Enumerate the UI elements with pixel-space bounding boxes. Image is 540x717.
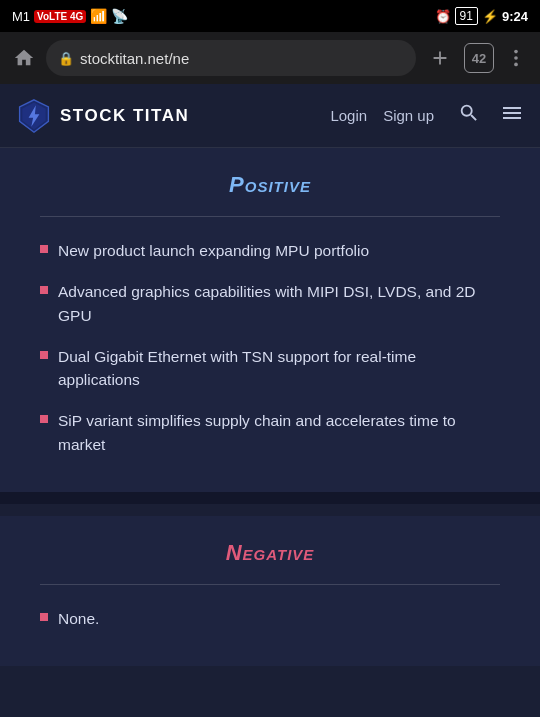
list-item: None. (40, 607, 500, 630)
status-bar: M1 VoLTE 4G 📶 📡 ⏰ 91 ⚡ 9:24 (0, 0, 540, 32)
bullet-text: SiP variant simplifies supply chain and … (58, 409, 500, 456)
negative-section: Negative None. (0, 516, 540, 666)
bullet-marker-icon (40, 351, 48, 359)
site-header: STOCK TITAN Login Sign up (0, 84, 540, 148)
positive-section-title: Positive (40, 172, 500, 198)
negative-section-title: Negative (40, 540, 500, 566)
search-icon[interactable] (458, 102, 480, 129)
bullet-text: Advanced graphics capabilities with MIPI… (58, 280, 500, 327)
bullet-marker-icon (40, 415, 48, 423)
bullet-marker-icon (40, 286, 48, 294)
address-security-icon: 🔒 (58, 51, 74, 66)
svg-point-0 (514, 50, 518, 54)
logo-text: STOCK TITAN (60, 106, 189, 126)
list-item: Advanced graphics capabilities with MIPI… (40, 280, 500, 327)
signup-link[interactable]: Sign up (383, 107, 434, 124)
hamburger-menu-icon[interactable] (500, 101, 524, 131)
positive-divider (40, 216, 500, 217)
svg-point-1 (514, 56, 518, 60)
section-gap (0, 492, 540, 504)
list-item: SiP variant simplifies supply chain and … (40, 409, 500, 456)
tabs-count-label: 42 (472, 51, 486, 66)
address-text: stocktitan.net/ne (80, 50, 189, 67)
bullet-marker-icon (40, 245, 48, 253)
alarm-icon: ⏰ (435, 9, 451, 24)
main-content: Positive New product launch expanding MP… (0, 148, 540, 666)
browser-home-button[interactable] (10, 44, 38, 72)
wifi-icon: 📡 (111, 8, 128, 24)
browser-address-bar[interactable]: 🔒 stocktitan.net/ne (46, 40, 416, 76)
signal-icon: 📶 (90, 8, 107, 24)
network-badge: VoLTE 4G (34, 10, 86, 23)
bullet-text: New product launch expanding MPU portfol… (58, 239, 369, 262)
logo-container[interactable]: STOCK TITAN (16, 98, 330, 134)
list-item: Dual Gigabit Ethernet with TSN support f… (40, 345, 500, 392)
logo-icon (16, 98, 52, 134)
negative-divider (40, 584, 500, 585)
bullet-text: Dual Gigabit Ethernet with TSN support f… (58, 345, 500, 392)
negative-bullet-list: None. (40, 607, 500, 630)
battery-indicator: 91 (455, 7, 478, 25)
bullet-text: None. (58, 607, 99, 630)
charging-icon: ⚡ (482, 9, 498, 24)
status-left: M1 VoLTE 4G 📶 📡 (12, 8, 128, 24)
positive-section: Positive New product launch expanding MP… (0, 148, 540, 492)
login-link[interactable]: Login (330, 107, 367, 124)
positive-bullet-list: New product launch expanding MPU portfol… (40, 239, 500, 456)
browser-menu-button[interactable] (502, 44, 530, 72)
new-tab-button[interactable] (424, 42, 456, 74)
browser-chrome: 🔒 stocktitan.net/ne 42 (0, 32, 540, 84)
svg-point-2 (514, 63, 518, 67)
carrier-text: M1 (12, 9, 30, 24)
tabs-count-button[interactable]: 42 (464, 43, 494, 73)
status-right: ⏰ 91 ⚡ 9:24 (435, 7, 528, 25)
time-display: 9:24 (502, 9, 528, 24)
list-item: New product launch expanding MPU portfol… (40, 239, 500, 262)
header-nav: Login Sign up (330, 101, 524, 131)
bullet-marker-icon (40, 613, 48, 621)
